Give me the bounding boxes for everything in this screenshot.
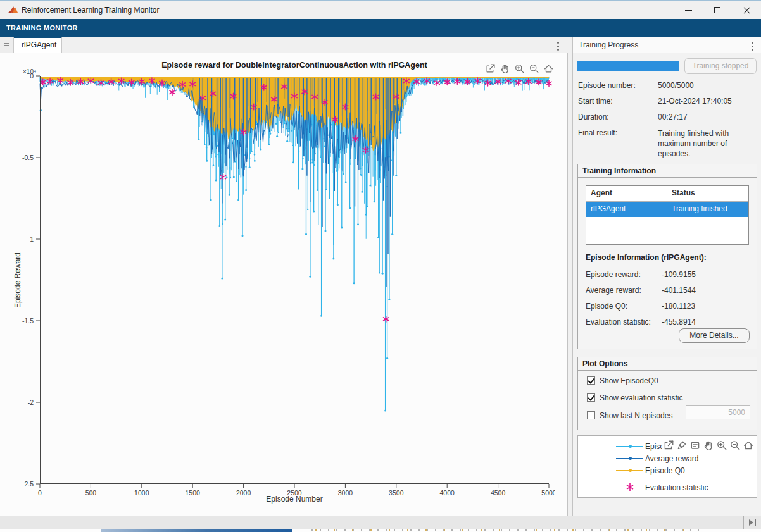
close-icon	[743, 6, 751, 15]
final-result-value: Training finished with maximum number of…	[658, 128, 757, 159]
maximize-button[interactable]	[703, 1, 732, 20]
show-last-n-episodes-label: Show last N episodes	[600, 411, 672, 420]
export-plot-icon[interactable]	[662, 439, 675, 452]
reward-chart[interactable]: 0-0.5-1-1.5-2-2.505001000150020002500300…	[18, 67, 555, 509]
status-column-header: Status	[667, 186, 748, 201]
episode-q0-label: Episode Q0:	[586, 302, 627, 311]
legend-hover-toolbar	[662, 439, 755, 453]
zoom-out-icon[interactable]	[729, 439, 741, 452]
step-forward-icon[interactable]	[749, 519, 758, 526]
training-progress-bar	[577, 61, 679, 71]
plot-option-checkbox-1[interactable]	[587, 393, 595, 402]
agent-cell: rlPGAgent	[586, 202, 667, 217]
evaluation-statistic-value: -455.8914	[662, 318, 696, 326]
legend-item-average-reward[interactable]: Average reward	[578, 453, 757, 464]
svg-text:-2: -2	[28, 399, 34, 406]
more-details-button[interactable]: More Details...	[679, 328, 750, 343]
panel-title: Training Progress	[579, 40, 638, 49]
panel-header: Training Progress	[573, 37, 761, 53]
maximize-icon	[714, 7, 720, 13]
training-information-title: Training Information	[578, 164, 757, 178]
plot-options-title: Plot Options	[578, 357, 757, 371]
titlebar: Reinforcement Learning Training Monitor	[0, 0, 761, 19]
svg-text:-0.5: -0.5	[22, 154, 34, 161]
training-progress-panel: Training Progress Training stopped Episo…	[572, 37, 761, 516]
show-evaluation-statistic-label: Show evaluation statistic	[600, 393, 682, 402]
window-controls	[674, 1, 761, 20]
table-row[interactable]: rlPGAgent Training finished	[586, 202, 748, 217]
status-cell: Training finished	[667, 202, 748, 217]
y-axis-label: Episode Reward	[13, 252, 22, 308]
ribbon: TRAINING MONITOR	[0, 19, 761, 37]
agent-status-table: Agent Status rlPGAgent Training finished	[586, 185, 749, 245]
next-figure-dashes	[311, 529, 699, 531]
legend-label-episode-q0: Episode Q0	[645, 466, 685, 475]
brush-icon[interactable]	[676, 439, 688, 452]
chart-legend: Episode reward Average reward Episode Q0…	[577, 435, 757, 498]
x-axis-label: Episode Number	[40, 495, 549, 504]
duration-label: Duration:	[578, 113, 609, 121]
average-reward-dot-swatch	[629, 457, 632, 460]
grip-icon	[4, 43, 9, 47]
evaluation-statistic-marker-swatch	[625, 482, 635, 492]
episode-information-title: Episode Information (rlPGAgent):	[586, 253, 707, 262]
legend-label-evaluation-statistic: Evaluation statistic	[645, 483, 708, 492]
plot-option-checkbox-0[interactable]	[587, 376, 595, 385]
tab-drag-grip[interactable]	[0, 37, 14, 53]
zoom-in-icon[interactable]	[715, 439, 728, 452]
training-information-box: Training Information Agent Status rlPGAg…	[577, 164, 757, 349]
show-episodeq0-label: Show EpisodeQ0	[600, 376, 658, 385]
scrollbar-divider	[743, 516, 744, 529]
document-tabstrip: rlPGAgent	[0, 37, 568, 53]
average-reward-value: -401.1544	[662, 286, 696, 295]
plot-option-checkbox-2[interactable]	[587, 411, 595, 419]
duration-value: 00:27:17	[658, 113, 757, 121]
evaluation-statistic-label: Evaluation statistic:	[586, 318, 651, 326]
final-result-label: Final result:	[578, 128, 617, 137]
svg-text:-1.5: -1.5	[22, 317, 34, 325]
plot-options-box: Plot Options Show EpisodeQ0 Show evaluat…	[577, 357, 757, 430]
episode-reward-value: -109.9155	[662, 270, 696, 279]
ribbon-tab-training-monitor[interactable]: TRAINING MONITOR	[6, 19, 78, 37]
episode-number-value: 5000/5000	[658, 81, 757, 90]
figure-pane: Episode reward for DoubleIntegratorConti…	[0, 53, 568, 516]
window-title: Reinforcement Learning Training Monitor	[22, 6, 159, 15]
minimize-icon	[685, 10, 692, 11]
training-stopped-button[interactable]: Training stopped	[684, 58, 757, 74]
table-header-row: Agent Status	[586, 186, 748, 202]
svg-text:0: 0	[30, 72, 34, 80]
matlab-logo-icon	[8, 4, 19, 16]
next-figure-preview-strip	[0, 529, 761, 532]
legend-item-episode-q0[interactable]: Episode Q0	[578, 465, 757, 476]
episode-q0-dot-swatch	[629, 469, 632, 472]
minimize-button[interactable]	[674, 1, 703, 20]
bottom-scrollbar[interactable]	[0, 516, 761, 529]
pan-hand-icon[interactable]	[702, 439, 715, 452]
legend-item-evaluation-statistic[interactable]: Evaluation statistic	[578, 482, 757, 493]
svg-text:-1: -1	[28, 235, 34, 243]
app-window: Reinforcement Learning Training Monitor …	[0, 0, 761, 532]
start-time-value: 21-Oct-2024 17:40:05	[658, 97, 757, 106]
last-n-episodes-input[interactable]	[686, 405, 750, 419]
progress-fill	[577, 61, 679, 71]
datatip-icon[interactable]	[689, 439, 701, 452]
next-figure-blue-bar	[101, 529, 292, 532]
close-button[interactable]	[732, 1, 761, 20]
svg-text:-2.5: -2.5	[22, 480, 34, 488]
panel-menu-icon[interactable]	[752, 42, 753, 51]
episode-reward-dot-swatch	[629, 445, 632, 448]
tabstrip-menu-icon[interactable]	[557, 42, 559, 51]
tab-rlpgagent[interactable]: rlPGAgent	[14, 37, 62, 53]
episode-number-label: Episode number:	[578, 81, 636, 90]
start-time-label: Start time:	[578, 97, 613, 106]
average-reward-label: Average reward:	[586, 286, 641, 295]
agent-column-header: Agent	[586, 186, 667, 201]
episode-q0-value: -180.1123	[662, 302, 695, 311]
episode-reward-label: Episode reward:	[586, 270, 641, 279]
legend-label-average-reward: Average reward	[645, 454, 699, 463]
home-icon[interactable]	[742, 439, 755, 452]
